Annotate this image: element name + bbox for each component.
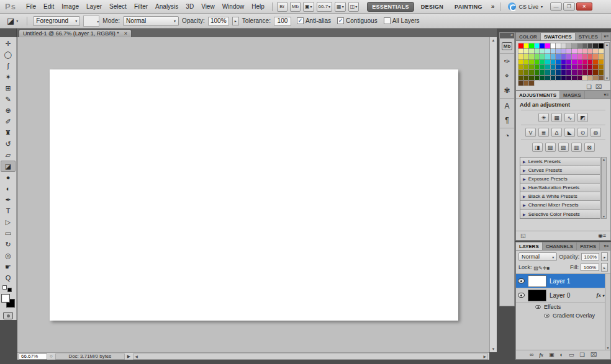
new-group-icon[interactable]: ▭: [569, 352, 574, 358]
panel-tab-color[interactable]: COLOR: [516, 33, 541, 40]
menu-image[interactable]: Image: [58, 2, 83, 11]
adjustment-hue-saturation-icon[interactable]: ≣: [538, 128, 549, 137]
color-swatch[interactable]: [535, 49, 540, 54]
color-swatch[interactable]: [535, 76, 540, 81]
color-swatch[interactable]: [556, 70, 561, 75]
color-swatch[interactable]: [582, 60, 587, 64]
shape-tool[interactable]: ▭: [1, 228, 16, 239]
spot-healing-tool[interactable]: ⊕: [1, 105, 16, 116]
color-swatch[interactable]: [566, 64, 571, 69]
eye-icon[interactable]: [544, 314, 549, 317]
pattern-swatch[interactable]: ▾: [83, 16, 99, 27]
color-swatch[interactable]: [524, 60, 529, 64]
color-swatch[interactable]: [518, 64, 523, 69]
clone-stamp-tool[interactable]: ♜: [1, 127, 16, 138]
menu-help[interactable]: Help: [248, 2, 268, 11]
adjustment-posterize-icon[interactable]: ▨: [545, 143, 556, 152]
color-swatch[interactable]: [551, 54, 556, 59]
color-swatch[interactable]: [535, 43, 540, 48]
color-swatch[interactable]: [540, 76, 545, 81]
menu-window[interactable]: Window: [219, 2, 248, 11]
color-swatch[interactable]: [529, 54, 534, 59]
layers-scrollbar[interactable]: ▼: [605, 274, 610, 350]
color-swatch[interactable]: [518, 43, 523, 48]
color-swatch[interactable]: [524, 64, 529, 69]
3d-rotate-tool[interactable]: ↻: [1, 239, 16, 250]
color-swatch[interactable]: [572, 54, 577, 59]
history-brush-tool[interactable]: ↺: [1, 138, 16, 149]
expand-dock-button[interactable]: «: [500, 33, 514, 38]
color-swatch[interactable]: [582, 70, 587, 75]
visibility-cell[interactable]: [516, 278, 526, 283]
color-swatch[interactable]: [545, 70, 550, 75]
cs-live-button[interactable]: CS Live ▾: [508, 2, 543, 11]
eyedropper-tool[interactable]: ✎: [1, 94, 16, 105]
panel-tab-channels[interactable]: CHANNELS: [543, 242, 577, 250]
scroll-left-icon[interactable]: ◀: [135, 354, 138, 358]
adjustment-invert-icon[interactable]: ◨: [532, 143, 543, 152]
hand-tool[interactable]: ☛: [1, 261, 16, 272]
tolerance-field[interactable]: 100: [274, 17, 291, 25]
status-menu-arrow[interactable]: ▶: [127, 354, 130, 359]
checkbox-box[interactable]: ✓: [297, 17, 304, 24]
color-swatch[interactable]: [588, 70, 593, 75]
tool-preset-dropdown[interactable]: ◪ ▾: [4, 15, 21, 27]
delete-layer-icon[interactable]: ⌧: [591, 352, 597, 358]
opacity-field[interactable]: 100%: [208, 17, 229, 25]
color-swatch[interactable]: [540, 43, 545, 48]
layers-opacity-field[interactable]: 100%: [581, 253, 599, 260]
preset-curves-presets[interactable]: ▶Curves Presets: [520, 166, 600, 175]
color-swatch[interactable]: [545, 60, 550, 64]
color-swatch[interactable]: [593, 43, 598, 48]
mini-bridge-button[interactable]: Mb: [290, 2, 301, 12]
view-extras-button[interactable]: ▣ ▾: [303, 2, 314, 12]
color-swatch[interactable]: [561, 54, 566, 59]
adjustment-selective-color-icon[interactable]: ⊠: [584, 143, 595, 152]
panel-tab-layers[interactable]: LAYERS: [516, 242, 543, 250]
preset-channel-mixer-presets[interactable]: ▶Channel Mixer Presets: [520, 201, 600, 210]
color-swatch[interactable]: [599, 60, 604, 64]
color-swatch[interactable]: [551, 49, 556, 54]
color-swatch[interactable]: [551, 70, 556, 75]
add-layer-mask-icon[interactable]: ▣: [549, 352, 554, 358]
color-swatch[interactable]: [556, 49, 561, 54]
history-panel-icon[interactable]: ◔: [500, 128, 514, 143]
lock-all-icon[interactable]: ■: [546, 265, 550, 271]
color-swatch[interactable]: [588, 49, 593, 54]
panel-menu-icon[interactable]: ▾≡: [602, 91, 610, 99]
status-zoom-field[interactable]: 66.67%: [19, 353, 47, 360]
color-swatch[interactable]: [524, 54, 529, 59]
color-swatch[interactable]: [582, 49, 587, 54]
color-swatch[interactable]: [561, 76, 566, 81]
workspace-design[interactable]: DESIGN: [417, 2, 448, 11]
scroll-right-icon[interactable]: ▶: [483, 354, 486, 358]
color-swatch[interactable]: [577, 60, 582, 64]
opacity-scrubber[interactable]: ▸: [232, 17, 239, 25]
gradient-overlay-row[interactable]: Gradient Overlay: [516, 311, 610, 320]
color-swatch[interactable]: [535, 64, 540, 69]
checkbox-box[interactable]: ✓: [337, 17, 344, 24]
adjustment-vibrance-icon[interactable]: V: [525, 128, 536, 137]
panel-tab-adjustments[interactable]: ADJUSTMENTS: [516, 91, 560, 99]
panel-tab-paths[interactable]: PATHS: [577, 242, 600, 250]
checkbox-all-layers[interactable]: All Layers: [384, 17, 420, 24]
restore-button[interactable]: ❐: [563, 2, 575, 11]
color-swatch[interactable]: [540, 49, 545, 54]
color-swatch[interactable]: [540, 54, 545, 59]
new-swatch-icon[interactable]: ❑: [587, 84, 592, 90]
zoom-level-button[interactable]: 66.7 ▾: [317, 2, 333, 12]
type-tool[interactable]: T: [1, 205, 16, 216]
color-swatch[interactable]: [518, 60, 523, 64]
color-swatch[interactable]: [577, 49, 582, 54]
color-swatch[interactable]: [599, 49, 604, 54]
3d-roll-tool[interactable]: ◎: [1, 250, 16, 261]
color-swatch[interactable]: [551, 76, 556, 81]
color-swatch[interactable]: [588, 43, 593, 48]
color-swatch[interactable]: [529, 76, 534, 81]
color-swatch[interactable]: [529, 64, 534, 69]
document-canvas[interactable]: [50, 69, 458, 321]
color-swatch[interactable]: [518, 49, 523, 54]
presets-scrollbar[interactable]: ▲▼: [601, 157, 607, 219]
panel-tab-swatches[interactable]: SWATCHES: [541, 33, 576, 40]
adjustment-gradient-map-icon[interactable]: ▥: [571, 143, 582, 152]
